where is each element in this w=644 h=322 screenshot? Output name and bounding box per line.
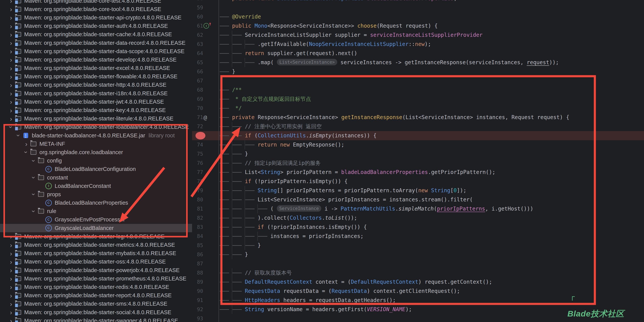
chevron-right-icon[interactable]: ›	[8, 242, 14, 248]
tree-item[interactable]: ILoadBalancerConstant	[0, 182, 192, 190]
editor-gutter[interactable]: 76	[192, 158, 218, 168]
editor-gutter[interactable]: 83	[192, 222, 218, 232]
chevron-right-icon[interactable]: ›	[8, 275, 14, 282]
editor-gutter[interactable]: 93	[192, 314, 218, 322]
editor-gutter[interactable]: 91	[192, 296, 218, 305]
tree-item[interactable]: ›blade-starter-loadbalancer-4.8.0.RELEAS…	[0, 131, 192, 140]
tree-item[interactable]: ›Maven: org.springblade:blade-starter-re…	[0, 291, 192, 300]
editor-gutter[interactable]: 90	[192, 286, 218, 296]
chevron-right-icon[interactable]: ›	[8, 317, 14, 322]
editor-gutter[interactable]: 74	[192, 140, 218, 150]
editor-gutter[interactable]: 86	[192, 250, 218, 259]
tree-item[interactable]: ›Maven: org.springblade:blade-starter-de…	[0, 56, 192, 64]
tree-item[interactable]: ›Maven: org.springblade:blade-starter-lo…	[0, 232, 192, 241]
chevron-down-icon[interactable]: ›	[30, 174, 37, 181]
tree-item[interactable]: ›Maven: org.springblade:blade-starter-ap…	[0, 13, 192, 22]
chevron-right-icon[interactable]: ›	[8, 56, 14, 63]
editor-gutter[interactable]: 77	[192, 168, 218, 177]
editor-gutter[interactable]: 70	[192, 104, 218, 113]
chevron-right-icon[interactable]: ›	[8, 31, 14, 38]
tree-item[interactable]: ›Maven: org.springblade:blade-starter-ke…	[0, 106, 192, 114]
tree-item[interactable]: ›Maven: org.springblade:blade-starter-lo…	[0, 123, 192, 131]
tree-item[interactable]: ›Maven: org.springblade:blade-starter-da…	[0, 39, 192, 47]
tree-item[interactable]: CGrayscaleLoadBalancer	[0, 224, 192, 232]
editor-gutter[interactable]: 84	[192, 232, 218, 241]
editor-gutter[interactable]: 92	[192, 305, 218, 314]
tree-item[interactable]: ›Maven: org.springblade:blade-starter-ca…	[0, 30, 192, 39]
chevron-right-icon[interactable]: ›	[8, 82, 14, 88]
chevron-right-icon[interactable]: ›	[8, 98, 14, 105]
tree-item[interactable]: ›Maven: org.springblade:blade-starter-i1…	[0, 89, 192, 98]
chevron-right-icon[interactable]: ›	[8, 23, 14, 30]
chevron-right-icon[interactable]: ›	[8, 300, 14, 307]
editor-gutter[interactable]: 79	[192, 186, 218, 195]
editor-gutter[interactable]: 63	[192, 40, 218, 49]
tree-item[interactable]: ›Maven: org.springblade:blade-starter-re…	[0, 283, 192, 291]
editor-gutter[interactable]: 60	[192, 12, 218, 21]
tree-item[interactable]: ›Maven: org.springblade:blade-core-tool:…	[0, 5, 192, 13]
editor-gutter[interactable]: 75	[192, 150, 218, 158]
chevron-right-icon[interactable]: ›	[8, 107, 14, 114]
editor-gutter[interactable]: 78	[192, 177, 218, 186]
tree-item[interactable]: ›rule	[0, 207, 192, 216]
chevron-down-icon[interactable]: ›	[30, 191, 37, 198]
editor-gutter[interactable]: 81	[192, 204, 218, 214]
tree-item[interactable]: ›Maven: org.springblade:blade-starter-fl…	[0, 72, 192, 81]
tree-item[interactable]: CGrayscaleEnvPostProcessor	[0, 216, 192, 224]
editor-gutter[interactable]: 71@	[192, 113, 218, 122]
tree-item[interactable]: ›Maven: org.springblade:blade-starter-au…	[0, 22, 192, 30]
chevron-down-icon[interactable]: ›	[8, 124, 14, 130]
tree-item[interactable]: ›Maven: org.springblade:blade-starter-da…	[0, 47, 192, 56]
chevron-right-icon[interactable]: ›	[8, 73, 14, 80]
editor-gutter[interactable]: 66	[192, 67, 218, 76]
annotation-marker-icon[interactable]: @	[204, 113, 207, 122]
chevron-right-icon[interactable]: ›	[8, 48, 14, 55]
chevron-right-icon[interactable]: ›	[23, 140, 30, 147]
tree-item[interactable]: ›Maven: org.springblade:blade-starter-pr…	[0, 274, 192, 283]
tree-item[interactable]: ›props	[0, 190, 192, 198]
editor-gutter[interactable]: 65	[192, 58, 218, 67]
editor-gutter[interactable]: 67	[192, 76, 218, 85]
tree-item[interactable]: ›Maven: org.springblade:blade-starter-sm…	[0, 300, 192, 308]
editor-gutter[interactable]	[192, 131, 218, 140]
tree-item[interactable]: ›Maven: org.springblade:blade-starter-sw…	[0, 316, 192, 322]
editor-gutter[interactable]: 69	[192, 94, 218, 104]
tree-item[interactable]: ›Maven: org.springblade:blade-starter-me…	[0, 241, 192, 249]
tree-item[interactable]: ›META-INF	[0, 140, 192, 148]
overriding-method-icon[interactable]: I↑	[204, 23, 211, 29]
editor-gutter[interactable]: 59	[192, 3, 218, 12]
editor-gutter[interactable]: 64	[192, 49, 218, 58]
tree-item[interactable]: ›Maven: org.springblade:blade-starter-li…	[0, 114, 192, 123]
chevron-right-icon[interactable]: ›	[8, 309, 14, 316]
editor-gutter[interactable]: 87	[192, 259, 218, 268]
editor-gutter[interactable]: 72	[192, 122, 218, 131]
chevron-right-icon[interactable]: ›	[8, 115, 14, 122]
chevron-right-icon[interactable]: ›	[8, 0, 14, 4]
editor-gutter[interactable]: 82	[192, 214, 218, 222]
tree-item[interactable]: ›constant	[0, 174, 192, 182]
tree-item[interactable]: ›Maven: org.springblade:blade-starter-ex…	[0, 64, 192, 72]
chevron-right-icon[interactable]: ›	[8, 65, 14, 72]
chevron-down-icon[interactable]: ›	[30, 158, 37, 164]
chevron-right-icon[interactable]: ›	[8, 250, 14, 257]
tree-item[interactable]: ›Maven: org.springblade:blade-starter-po…	[0, 266, 192, 274]
chevron-right-icon[interactable]: ›	[8, 233, 14, 240]
editor-gutter[interactable]: 58	[192, 0, 218, 3]
tree-item[interactable]: ›Maven: org.springblade:blade-starter-ht…	[0, 81, 192, 89]
editor-gutter[interactable]: 62	[192, 30, 218, 40]
chevron-right-icon[interactable]: ›	[8, 40, 14, 46]
chevron-right-icon[interactable]: ›	[8, 258, 14, 265]
tree-item[interactable]: ›org.springblade.core.loadbalancer	[0, 148, 192, 156]
editor-gutter[interactable]: 80	[192, 195, 218, 204]
tree-item[interactable]: ›Maven: org.springblade:blade-starter-my…	[0, 249, 192, 258]
chevron-right-icon[interactable]: ›	[8, 90, 14, 97]
editor-gutter[interactable]: 61I↑	[192, 21, 218, 30]
tree-item[interactable]: CBladeLoadBalancerConfiguration	[0, 165, 192, 174]
tree-item[interactable]: CBladeLoadBalancerProperties	[0, 199, 192, 207]
project-tree-panel[interactable]: ›Maven: org.springblade:blade-core-test:…	[0, 0, 192, 322]
chevron-down-icon[interactable]: ›	[15, 132, 22, 139]
chevron-down-icon[interactable]: ›	[30, 208, 37, 215]
chevron-down-icon[interactable]: ›	[23, 149, 30, 156]
code-editor[interactable]: 58private final BladeLoadBalancerPropert…	[192, 0, 644, 322]
chevron-right-icon[interactable]: ›	[8, 6, 14, 12]
